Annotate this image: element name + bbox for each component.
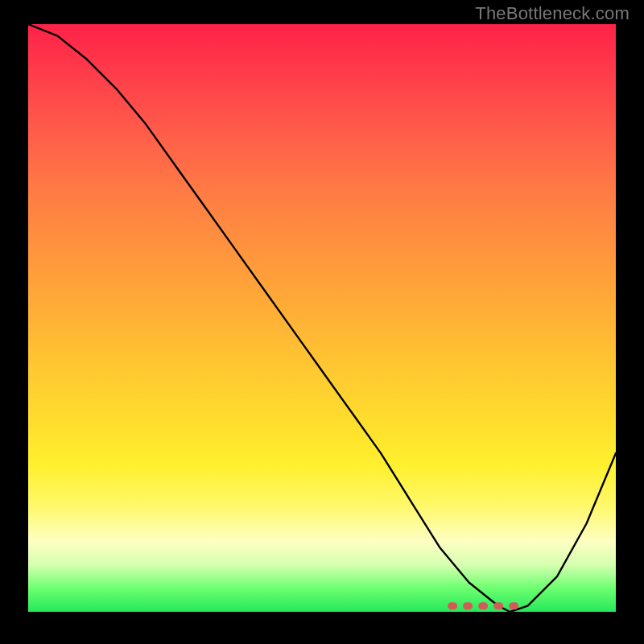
watermark-text: TheBottleneck.com — [475, 3, 630, 24]
bottleneck-curve — [28, 24, 616, 612]
curve-layer — [28, 24, 616, 612]
plot-area — [28, 24, 616, 612]
chart-container: TheBottleneck.com — [0, 0, 644, 644]
